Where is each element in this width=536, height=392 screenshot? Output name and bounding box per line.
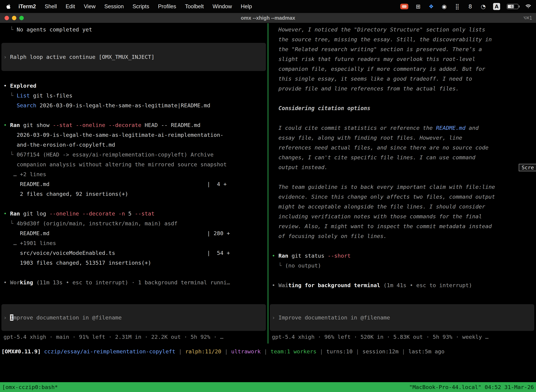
gauge-icon[interactable]: ◔ — [480, 3, 486, 10]
text-segment: | — [261, 348, 270, 355]
text-segment: references need actual files, and since … — [272, 144, 488, 151]
text-segment: git status — [288, 252, 328, 259]
text-segment: slight risk that future readers may over… — [272, 56, 475, 62]
text-segment: › — [4, 314, 10, 321]
dark-circle-icon[interactable]: ◉ — [441, 3, 447, 10]
terminal-line: └ No agents completed yet — [4, 25, 268, 34]
right-pane-body: However, I noticed the "Directory Struct… — [272, 25, 536, 290]
wifi-icon[interactable] — [525, 3, 531, 10]
text-segment: evidence. Since this change only affects… — [272, 194, 495, 200]
menu-item-shell[interactable]: Shell — [40, 3, 61, 10]
menubar: iTerm2ShellEditViewSessionScriptsProfile… — [0, 0, 536, 13]
terminal-line: 2026-03-09-is-legal-the-same-as-legitima… — [4, 130, 268, 140]
terminal-line: › Improve documentation in @filename — [4, 313, 266, 322]
text-segment: 067f154 (HEAD -> essay/ai-reimplementati… — [17, 151, 214, 158]
menu-item-view[interactable]: View — [80, 3, 100, 10]
terminal-line: └ 4b9d30f (origin/main, instructkr/main,… — [4, 219, 268, 228]
menu-item-edit[interactable]: Edit — [61, 3, 79, 10]
terminal-line: [OMX#0.11.9] cczip/essay/ai-reimplementa… — [1, 346, 445, 356]
zoom-button[interactable] — [19, 16, 24, 20]
menu-item-scripts[interactable]: Scripts — [128, 3, 154, 10]
text-segment: --stat — [135, 210, 155, 217]
status-icons: ⊞❖◉⣿8◔A61 — [400, 3, 518, 10]
apple-menu-icon[interactable] — [5, 4, 13, 9]
terminal-line: The team guideline is to back every impo… — [272, 182, 536, 192]
text-segment: Considering citation options — [272, 105, 370, 111]
blue-app-icon[interactable]: ❖ — [428, 3, 434, 10]
right-terminal-pane[interactable]: However, I noticed the "Directory Struct… — [268, 23, 536, 344]
window-title: omx --xhigh --madmax — [241, 15, 295, 21]
right-prompt-input[interactable]: › Improve documentation in @filename — [270, 304, 534, 331]
window-controls — [5, 13, 24, 23]
battery-icon[interactable]: 61 — [507, 4, 518, 9]
terminal-line: review. Also, I might want to inspect th… — [272, 221, 536, 231]
terminal-line: README.md | 4 + — [4, 179, 268, 189]
menu-item-help[interactable]: Help — [236, 3, 256, 10]
dots-grid-icon[interactable]: ⣿ — [454, 3, 460, 10]
text-segment: git show — [20, 122, 53, 128]
text-segment: Wor — [10, 279, 20, 285]
text-segment: Ralph loop active continue [OMX_TMUX_INJ… — [10, 54, 154, 60]
terminal-line: companion analysis without altering the … — [4, 159, 268, 169]
text-segment: output instead. — [272, 164, 328, 170]
text-segment: [OMX#0.11.9] — [1, 348, 44, 355]
terminal-line: Search 2026-03-09-is-legal-the-same-as-l… — [4, 100, 268, 110]
terminal-line: this single essay, it seems like a good … — [272, 74, 536, 84]
text-segment: However, I noticed the "Directory Struct… — [272, 26, 485, 33]
terminal-line — [272, 241, 536, 251]
left-pane-body: • Explored └ List git ls-files Search 20… — [4, 71, 268, 287]
menu-item-window[interactable]: Window — [208, 3, 236, 10]
terminal-panes: └ No agents completed yet › Ralph loop a… — [0, 23, 536, 344]
figure-icon[interactable]: 8 — [467, 3, 474, 10]
text-segment: 2026-03-09-is-legal-the-same-as-legitima… — [36, 102, 210, 108]
text-segment: └ — [4, 220, 17, 227]
terminal-line: provide file and line references from th… — [272, 84, 536, 93]
text-segment: Improve documentation in @filename — [278, 314, 390, 321]
terminal-line — [4, 71, 268, 81]
text-segment: Ran — [10, 122, 20, 128]
text-segment: --oneline --decorate -n — [49, 210, 125, 217]
left-pane-pre: └ No agents completed yet — [4, 25, 268, 34]
text-segment: I — [10, 314, 13, 321]
text-segment: › — [272, 314, 278, 321]
text-segment: ting for background terminal — [288, 282, 380, 288]
text-segment: | — [316, 348, 326, 355]
menu-item-profiles[interactable]: Profiles — [153, 3, 180, 10]
minimize-button[interactable] — [12, 16, 16, 20]
screen-recording-icon[interactable] — [400, 4, 408, 9]
terminal-line: essay file, along with finding root file… — [272, 133, 536, 143]
terminal-line: I could cite commit statistics or refere… — [272, 123, 536, 133]
text-segment: Wai — [278, 282, 288, 288]
menu-item-session[interactable]: Session — [100, 3, 128, 10]
bottom-gap — [0, 359, 536, 382]
terminal-line: • Working (11m 13s • esc to interrupt) ·… — [4, 277, 268, 287]
terminal-line: the source tree, missing the essay. Stil… — [272, 34, 536, 44]
right-pane-statusline: gpt-5.4 xhigh · 96% left · 520K in · 5.8… — [272, 332, 536, 342]
text-segment: … +2 lines — [4, 171, 46, 177]
tmux-session-label: [omx-cczip0:bash* — [2, 384, 58, 390]
left-prompt-input[interactable]: › Improve documentation in @filename — [1, 304, 266, 331]
menu-item-iterm2[interactable]: iTerm2 — [14, 3, 40, 10]
menu-item-toolbelt[interactable]: Toolbelt — [181, 3, 208, 10]
terminal-line: 1903 files changed, 513517 insertions(+) — [4, 258, 268, 268]
text-segment: | — [175, 348, 185, 355]
text-segment: … +1901 lines — [4, 240, 56, 246]
ralph-loop-banner: › Ralph loop active continue [OMX_TMUX_I… — [1, 43, 266, 71]
grid-icon[interactable]: ⊞ — [415, 3, 421, 10]
terminal-line: … +2 lines — [4, 169, 268, 179]
text-segment: (1m 41s • esc to interrupt) — [380, 282, 472, 288]
terminal-line: slight risk that future readers may over… — [272, 54, 536, 64]
terminal-line: changes, I can't cite specific file line… — [272, 152, 536, 162]
close-button[interactable] — [5, 16, 9, 20]
left-terminal-pane[interactable]: └ No agents completed yet › Ralph loop a… — [0, 23, 268, 344]
text-segment: | — [398, 348, 408, 355]
menu-list: iTerm2ShellEditViewSessionScriptsProfile… — [14, 3, 256, 10]
input-source-icon[interactable]: A — [493, 3, 500, 10]
terminal-line — [4, 199, 268, 209]
terminal-line: references need actual files, and since … — [272, 143, 536, 152]
text-segment — [4, 102, 17, 108]
terminal-line: README.md | 280 + — [4, 228, 268, 238]
terminal-line — [272, 172, 536, 182]
terminal-line — [272, 93, 536, 103]
text-segment: the "Related research writing" section i… — [272, 46, 482, 52]
